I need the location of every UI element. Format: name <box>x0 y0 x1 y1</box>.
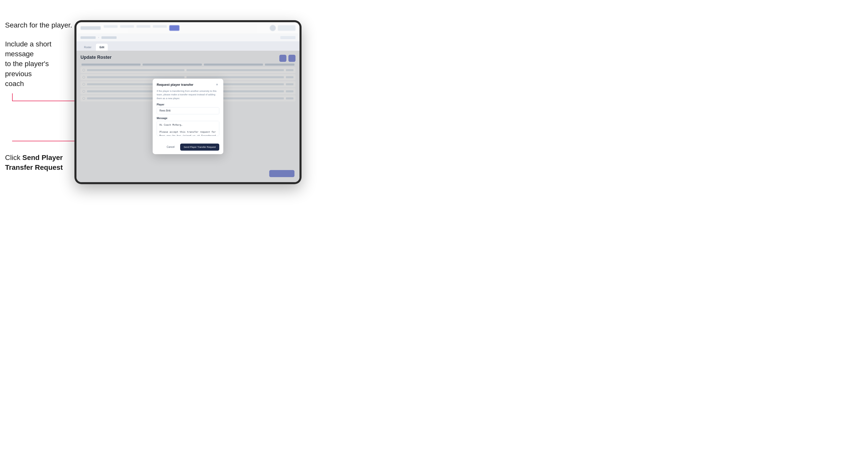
breadcrumb-current <box>101 36 117 39</box>
cancel-button[interactable]: Cancel <box>163 144 178 151</box>
tablet-screen: › Roster Edit Update Roster <box>76 22 300 182</box>
nav-item-active <box>169 25 179 31</box>
tab-bar: Roster Edit <box>76 42 300 51</box>
tab-roster[interactable]: Roster <box>81 44 95 51</box>
tablet-device: › Roster Edit Update Roster <box>74 20 302 184</box>
user-avatar <box>270 25 276 31</box>
nav-item-3 <box>136 25 150 28</box>
modal-header: Request player transfer × <box>153 79 223 89</box>
modal-body: If the player is transferring from anoth… <box>153 89 223 144</box>
modal-title: Request player transfer <box>157 83 193 87</box>
breadcrumb-action <box>280 36 296 39</box>
breadcrumb-separator: › <box>98 36 99 39</box>
annotation-search: Search for the player. <box>5 20 72 30</box>
sub-header: › <box>76 34 300 42</box>
app-header <box>76 22 300 34</box>
modal-overlay: Request player transfer × If the player … <box>76 51 300 182</box>
modal-footer: Cancel Send Player Transfer Request <box>153 144 223 154</box>
send-player-transfer-request-button[interactable]: Send Player Transfer Request <box>180 144 219 151</box>
message-field-label: Message <box>157 117 219 120</box>
header-button <box>278 25 296 31</box>
player-search-input[interactable] <box>157 107 219 114</box>
annotation-message: Include a short message to the player's … <box>5 39 73 89</box>
modal-description: If the player is transferring from anoth… <box>157 89 219 100</box>
nav-item-1 <box>104 25 118 28</box>
logo <box>81 26 101 30</box>
nav-item-2 <box>120 25 134 28</box>
nav-items <box>104 25 267 31</box>
breadcrumb-item <box>81 36 96 39</box>
message-textarea[interactable]: Hi Coach McHarg, Please accept this tran… <box>157 121 219 136</box>
header-right <box>270 25 296 31</box>
tab-edit[interactable]: Edit <box>96 44 108 51</box>
main-content: Update Roster <box>76 51 300 182</box>
request-player-transfer-modal: Request player transfer × If the player … <box>153 79 223 154</box>
nav-item-4 <box>153 25 167 28</box>
arrow-line-1 <box>12 93 12 101</box>
player-field-label: Player <box>157 103 219 106</box>
annotation-click: Click Send Player Transfer Request <box>5 153 63 172</box>
modal-close-button[interactable]: × <box>215 82 219 87</box>
